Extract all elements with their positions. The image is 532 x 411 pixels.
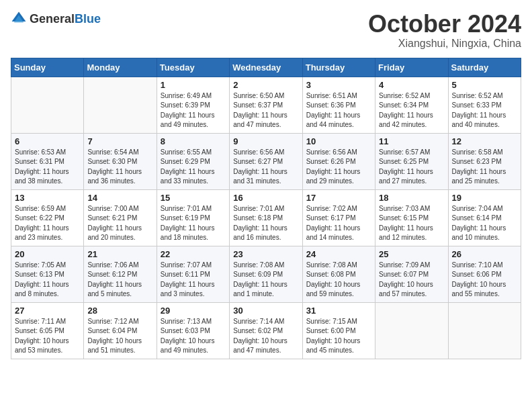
- day-info: Sunrise: 7:05 AMSunset: 6:13 PMDaylight:…: [15, 261, 80, 300]
- calendar-cell: 17Sunrise: 7:02 AMSunset: 6:17 PMDayligh…: [302, 189, 375, 246]
- day-info: Sunrise: 7:02 AMSunset: 6:17 PMDaylight:…: [306, 204, 371, 243]
- day-info: Sunrise: 6:58 AMSunset: 6:23 PMDaylight:…: [452, 148, 517, 187]
- day-info: Sunrise: 6:50 AMSunset: 6:37 PMDaylight:…: [233, 91, 298, 130]
- calendar-cell: 1Sunrise: 6:49 AMSunset: 6:39 PMDaylight…: [157, 77, 229, 133]
- day-info: Sunrise: 7:03 AMSunset: 6:15 PMDaylight:…: [379, 204, 444, 243]
- calendar-cell: 23Sunrise: 7:08 AMSunset: 6:09 PMDayligh…: [230, 246, 302, 302]
- day-info: Sunrise: 7:12 AMSunset: 6:04 PMDaylight:…: [87, 317, 152, 356]
- day-number: 4: [379, 80, 444, 90]
- day-info: Sunrise: 7:13 AMSunset: 6:03 PMDaylight:…: [161, 317, 226, 356]
- calendar-cell: [11, 77, 84, 133]
- day-info: Sunrise: 7:01 AMSunset: 6:19 PMDaylight:…: [161, 204, 226, 243]
- weekday-header: Monday: [84, 58, 157, 77]
- calendar-cell: 13Sunrise: 6:59 AMSunset: 6:22 PMDayligh…: [11, 189, 84, 246]
- calendar-cell: 29Sunrise: 7:13 AMSunset: 6:03 PMDayligh…: [157, 302, 229, 359]
- calendar-cell: 14Sunrise: 7:00 AMSunset: 6:21 PMDayligh…: [84, 189, 157, 246]
- calendar-cell: 6Sunrise: 6:53 AMSunset: 6:31 PMDaylight…: [11, 133, 84, 189]
- day-info: Sunrise: 7:10 AMSunset: 6:06 PMDaylight:…: [452, 261, 517, 300]
- calendar-week-row: 1Sunrise: 6:49 AMSunset: 6:39 PMDaylight…: [11, 77, 521, 133]
- calendar-cell: [375, 302, 448, 359]
- day-number: 18: [379, 193, 444, 203]
- day-number: 17: [306, 193, 371, 203]
- day-number: 16: [233, 193, 298, 203]
- logo-icon: [11, 11, 27, 27]
- day-number: 14: [87, 193, 152, 203]
- day-info: Sunrise: 7:06 AMSunset: 6:12 PMDaylight:…: [87, 261, 152, 300]
- calendar-cell: 5Sunrise: 6:52 AMSunset: 6:33 PMDaylight…: [448, 77, 521, 133]
- calendar-cell: [84, 77, 157, 133]
- day-info: Sunrise: 6:51 AMSunset: 6:36 PMDaylight:…: [306, 91, 371, 130]
- calendar-cell: 30Sunrise: 7:14 AMSunset: 6:02 PMDayligh…: [230, 302, 302, 359]
- day-info: Sunrise: 7:14 AMSunset: 6:02 PMDaylight:…: [233, 317, 298, 356]
- title-block: October 2024 Xiangshui, Ningxia, China: [368, 11, 521, 50]
- calendar-week-row: 20Sunrise: 7:05 AMSunset: 6:13 PMDayligh…: [11, 246, 521, 302]
- calendar-cell: 12Sunrise: 6:58 AMSunset: 6:23 PMDayligh…: [448, 133, 521, 189]
- day-number: 3: [306, 80, 371, 90]
- day-info: Sunrise: 6:52 AMSunset: 6:34 PMDaylight:…: [379, 91, 444, 130]
- day-number: 24: [306, 249, 371, 259]
- day-info: Sunrise: 7:11 AMSunset: 6:05 PMDaylight:…: [15, 317, 80, 356]
- calendar-cell: 7Sunrise: 6:54 AMSunset: 6:30 PMDaylight…: [84, 133, 157, 189]
- day-info: Sunrise: 6:53 AMSunset: 6:31 PMDaylight:…: [15, 148, 80, 187]
- day-number: 5: [452, 80, 517, 90]
- day-info: Sunrise: 7:08 AMSunset: 6:08 PMDaylight:…: [306, 261, 371, 300]
- calendar-cell: 18Sunrise: 7:03 AMSunset: 6:15 PMDayligh…: [375, 189, 448, 246]
- calendar-cell: 25Sunrise: 7:09 AMSunset: 6:07 PMDayligh…: [375, 246, 448, 302]
- day-number: 26: [452, 249, 517, 259]
- calendar-cell: 22Sunrise: 7:07 AMSunset: 6:11 PMDayligh…: [157, 246, 229, 302]
- month-title: October 2024: [368, 11, 521, 38]
- calendar-cell: 4Sunrise: 6:52 AMSunset: 6:34 PMDaylight…: [375, 77, 448, 133]
- day-number: 2: [233, 80, 298, 90]
- calendar-table: SundayMondayTuesdayWednesdayThursdayFrid…: [11, 58, 521, 359]
- calendar-cell: 31Sunrise: 7:15 AMSunset: 6:00 PMDayligh…: [302, 302, 375, 359]
- day-info: Sunrise: 6:55 AMSunset: 6:29 PMDaylight:…: [161, 148, 226, 187]
- day-number: 23: [233, 249, 298, 259]
- day-info: Sunrise: 7:00 AMSunset: 6:21 PMDaylight:…: [87, 204, 152, 243]
- day-info: Sunrise: 6:56 AMSunset: 6:27 PMDaylight:…: [233, 148, 298, 187]
- day-number: 1: [161, 80, 226, 90]
- day-info: Sunrise: 7:01 AMSunset: 6:18 PMDaylight:…: [233, 204, 298, 243]
- calendar-cell: [448, 302, 521, 359]
- day-number: 8: [161, 136, 226, 146]
- day-number: 25: [379, 249, 444, 259]
- day-number: 31: [306, 306, 371, 316]
- page-header: GeneralBlue October 2024 Xiangshui, Ning…: [11, 11, 521, 50]
- calendar-cell: 15Sunrise: 7:01 AMSunset: 6:19 PMDayligh…: [157, 189, 229, 246]
- calendar-week-row: 6Sunrise: 6:53 AMSunset: 6:31 PMDaylight…: [11, 133, 521, 189]
- day-number: 29: [161, 306, 226, 316]
- day-number: 19: [452, 193, 517, 203]
- weekday-header: Tuesday: [157, 58, 229, 77]
- day-info: Sunrise: 7:07 AMSunset: 6:11 PMDaylight:…: [161, 261, 226, 300]
- calendar-cell: 16Sunrise: 7:01 AMSunset: 6:18 PMDayligh…: [230, 189, 302, 246]
- calendar-cell: 28Sunrise: 7:12 AMSunset: 6:04 PMDayligh…: [84, 302, 157, 359]
- calendar-cell: 24Sunrise: 7:08 AMSunset: 6:08 PMDayligh…: [302, 246, 375, 302]
- location-title: Xiangshui, Ningxia, China: [368, 38, 521, 50]
- day-info: Sunrise: 6:59 AMSunset: 6:22 PMDaylight:…: [15, 204, 80, 243]
- calendar-cell: 20Sunrise: 7:05 AMSunset: 6:13 PMDayligh…: [11, 246, 84, 302]
- day-number: 9: [233, 136, 298, 146]
- day-info: Sunrise: 6:52 AMSunset: 6:33 PMDaylight:…: [452, 91, 517, 130]
- day-info: Sunrise: 7:15 AMSunset: 6:00 PMDaylight:…: [306, 317, 371, 356]
- calendar-week-row: 13Sunrise: 6:59 AMSunset: 6:22 PMDayligh…: [11, 189, 521, 246]
- calendar-cell: 10Sunrise: 6:56 AMSunset: 6:26 PMDayligh…: [302, 133, 375, 189]
- weekday-header: Wednesday: [230, 58, 302, 77]
- logo-general: GeneralBlue: [30, 12, 101, 26]
- day-info: Sunrise: 7:09 AMSunset: 6:07 PMDaylight:…: [379, 261, 444, 300]
- calendar-cell: 9Sunrise: 6:56 AMSunset: 6:27 PMDaylight…: [230, 133, 302, 189]
- day-number: 13: [15, 193, 80, 203]
- calendar-cell: 26Sunrise: 7:10 AMSunset: 6:06 PMDayligh…: [448, 246, 521, 302]
- day-number: 30: [233, 306, 298, 316]
- weekday-header: Sunday: [11, 58, 84, 77]
- calendar-cell: 11Sunrise: 6:57 AMSunset: 6:25 PMDayligh…: [375, 133, 448, 189]
- day-info: Sunrise: 7:04 AMSunset: 6:14 PMDaylight:…: [452, 204, 517, 243]
- day-number: 21: [87, 249, 152, 259]
- calendar-header-row: SundayMondayTuesdayWednesdayThursdayFrid…: [11, 58, 521, 77]
- day-number: 15: [161, 193, 226, 203]
- day-info: Sunrise: 6:54 AMSunset: 6:30 PMDaylight:…: [87, 148, 152, 187]
- day-number: 12: [452, 136, 517, 146]
- calendar-week-row: 27Sunrise: 7:11 AMSunset: 6:05 PMDayligh…: [11, 302, 521, 359]
- day-info: Sunrise: 6:57 AMSunset: 6:25 PMDaylight:…: [379, 148, 444, 187]
- day-number: 22: [161, 249, 226, 259]
- day-number: 20: [15, 249, 80, 259]
- day-info: Sunrise: 6:49 AMSunset: 6:39 PMDaylight:…: [161, 91, 226, 130]
